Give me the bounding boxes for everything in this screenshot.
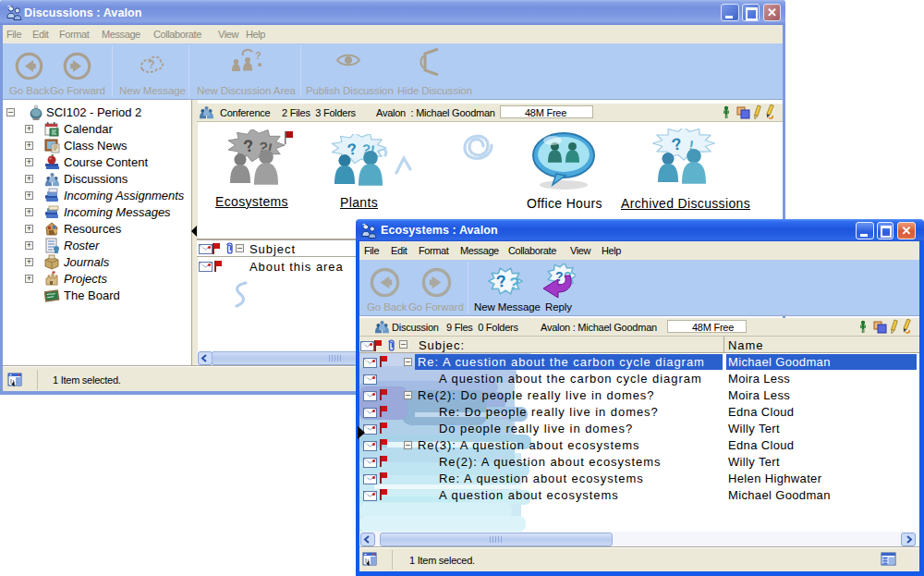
svg-text:?: ?: [148, 58, 154, 71]
svg-text:?: ?: [255, 50, 261, 61]
svg-text:?: ?: [362, 223, 366, 228]
svg-text:?: ?: [7, 5, 11, 10]
svg-text:?: ?: [507, 274, 520, 293]
